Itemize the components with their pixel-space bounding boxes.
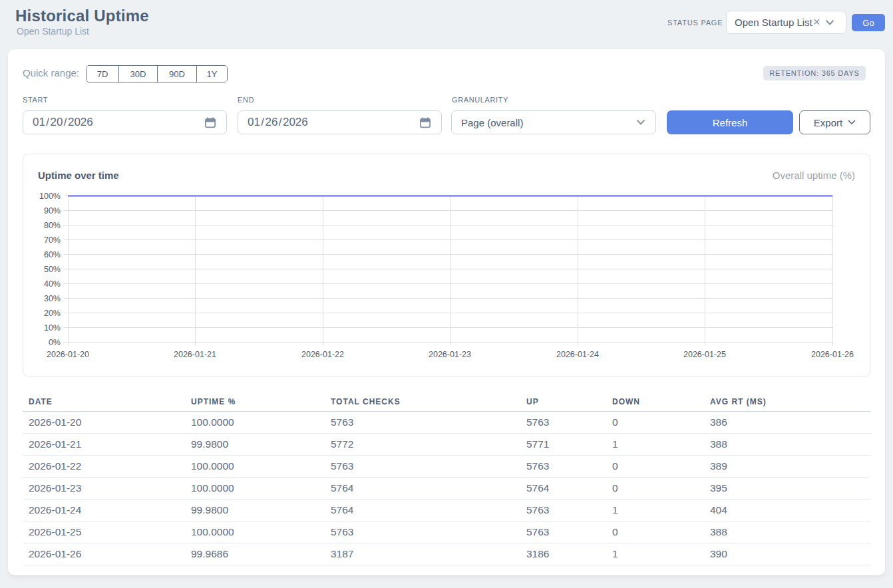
svg-text:2026-01-21: 2026-01-21 xyxy=(174,350,216,359)
svg-text:2026-01-25: 2026-01-25 xyxy=(683,350,726,359)
svg-text:2026-01-22: 2026-01-22 xyxy=(301,350,344,359)
svg-text:2026-01-20: 2026-01-20 xyxy=(47,350,89,359)
svg-text:80%: 80% xyxy=(44,221,61,230)
svg-text:0%: 0% xyxy=(49,338,61,347)
svg-text:30%: 30% xyxy=(44,294,61,303)
svg-text:60%: 60% xyxy=(44,250,61,259)
svg-text:20%: 20% xyxy=(44,309,61,318)
svg-text:10%: 10% xyxy=(44,323,61,333)
svg-text:2026-01-24: 2026-01-24 xyxy=(556,350,599,359)
svg-text:100%: 100% xyxy=(39,192,61,201)
svg-text:70%: 70% xyxy=(44,235,61,245)
svg-text:50%: 50% xyxy=(44,265,61,274)
svg-text:90%: 90% xyxy=(44,206,61,216)
svg-text:40%: 40% xyxy=(44,279,61,289)
svg-text:2026-01-26: 2026-01-26 xyxy=(811,350,854,359)
svg-text:2026-01-23: 2026-01-23 xyxy=(429,350,471,359)
